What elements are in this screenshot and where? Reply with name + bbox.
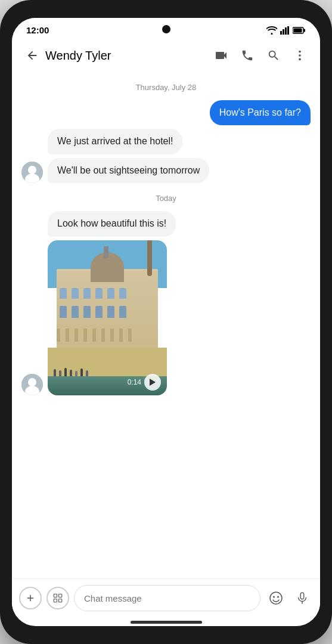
home-indicator[interactable] — [131, 621, 202, 624]
video-duration: 0:14 — [128, 378, 141, 386]
paris-image: 0:14 — [48, 240, 167, 395]
svg-rect-18 — [59, 594, 62, 597]
bubble-sent-1: How's Paris so far? — [210, 100, 311, 125]
emoji-button[interactable] — [265, 587, 287, 609]
add-attachment-button[interactable] — [19, 587, 42, 609]
svg-point-9 — [299, 58, 301, 61]
avatar — [21, 374, 43, 395]
columns — [57, 329, 132, 342]
battery-icon — [293, 27, 306, 34]
gallery-button[interactable] — [46, 587, 69, 609]
back-button[interactable] — [21, 45, 43, 66]
signal-icon — [280, 26, 290, 35]
svg-rect-19 — [54, 599, 57, 602]
avatar-spacer — [21, 133, 43, 154]
wifi-icon — [266, 26, 277, 35]
date-divider-1: Thursday, July 28 — [21, 83, 311, 92]
phone-call-button[interactable] — [237, 45, 258, 66]
contact-name: Wendy Tyler — [45, 49, 210, 63]
bubble-received-2: We'll be out sightseeing tomorrow — [48, 158, 209, 183]
windows-row-1 — [60, 288, 126, 299]
image-bubble[interactable]: 0:14 — [48, 240, 167, 395]
svg-rect-20 — [59, 599, 62, 602]
svg-rect-3 — [287, 26, 289, 35]
status-time: 12:00 — [26, 25, 49, 35]
svg-rect-2 — [285, 27, 287, 35]
status-bar: 12:00 — [12, 18, 320, 40]
mic-button[interactable] — [291, 587, 313, 609]
svg-rect-17 — [54, 594, 57, 597]
app-bar: Wendy Tyler — [12, 40, 320, 71]
search-button[interactable] — [263, 45, 284, 66]
svg-rect-6 — [294, 28, 302, 32]
date-divider-2: Today — [21, 194, 311, 203]
svg-rect-1 — [283, 29, 284, 35]
chat-input[interactable] — [74, 585, 260, 611]
app-bar-actions — [210, 45, 311, 66]
svg-point-8 — [299, 54, 301, 57]
phone-frame: 12:00 — [0, 0, 332, 644]
svg-rect-0 — [280, 31, 282, 35]
camera-notch — [162, 25, 170, 33]
bubble-received-1: We just arrived at the hotel! — [48, 129, 182, 154]
message-row: How's Paris so far? — [21, 100, 311, 125]
windows-row-2 — [60, 306, 126, 318]
status-icons — [266, 26, 306, 35]
svg-rect-24 — [300, 593, 304, 599]
avatar — [21, 162, 43, 183]
svg-point-7 — [299, 51, 301, 53]
video-call-button[interactable] — [210, 45, 232, 66]
avatar-spacer — [21, 215, 43, 237]
svg-point-22 — [273, 596, 275, 598]
message-row-image: 0:14 — [21, 240, 311, 395]
svg-point-21 — [270, 592, 282, 604]
svg-point-14 — [28, 378, 36, 386]
input-area — [12, 578, 320, 617]
chat-area: Thursday, July 28 How's Paris so far? We… — [12, 71, 320, 578]
bubble-received-3: Look how beautiful this is! — [48, 211, 176, 236]
svg-rect-5 — [304, 29, 306, 32]
message-row: We'll be out sightseeing tomorrow — [21, 158, 311, 183]
more-options-button[interactable] — [289, 45, 311, 66]
svg-marker-16 — [150, 379, 156, 386]
svg-point-23 — [277, 596, 279, 598]
phone-screen: 12:00 — [12, 18, 320, 626]
message-row: Look how beautiful this is! — [21, 211, 311, 236]
video-overlay: 0:14 — [128, 374, 161, 391]
svg-point-11 — [28, 166, 36, 174]
dome-tower — [104, 246, 108, 258]
play-button[interactable] — [144, 374, 161, 391]
message-row: We just arrived at the hotel! — [21, 129, 311, 154]
